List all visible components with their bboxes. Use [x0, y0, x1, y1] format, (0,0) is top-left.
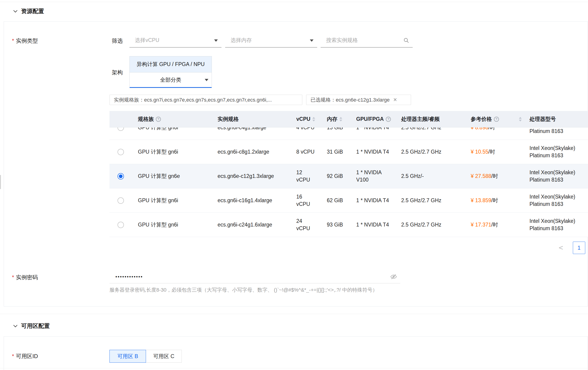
- gpu-value: 1 * NVIDIA T4: [356, 221, 389, 228]
- help-icon[interactable]: [156, 117, 161, 122]
- column-header-freq-label: 处理器主频/睿频: [401, 116, 440, 123]
- cpu-model-value: Intel Xeon(Skylake) Platinum 8163: [529, 169, 586, 183]
- price-unit: /时: [488, 148, 495, 155]
- row-freq-cell: 2.5 GHz/2.7 GHz: [395, 128, 466, 131]
- table-row[interactable]: GPU 计算型 gn6i ecs.gn6i-c16g1.4xlarge 16 v…: [109, 189, 588, 213]
- row-cpu-model-cell: Intel Xeon(Skylake) Platinum 8163: [527, 169, 588, 183]
- price-value: ¥ 10.55: [471, 149, 488, 155]
- spec-value: ecs.gn6e-c12g1.3xlarge: [218, 173, 274, 180]
- row-cpu-model-cell: Intel Xeon(Skylake) Platinum 8163: [527, 218, 588, 232]
- row-radio[interactable]: [117, 197, 124, 204]
- instance-password-label: 实例密码: [12, 274, 38, 281]
- sort-arrows-icon[interactable]: [312, 117, 315, 121]
- row-spec-cell: ecs.gn6i-c16g1.4xlarge: [212, 197, 292, 204]
- zone-c-button[interactable]: 可用区 C: [146, 350, 182, 363]
- row-freq-cell: 2.5 GHz/-: [395, 173, 466, 180]
- help-icon[interactable]: [494, 117, 499, 122]
- zone-config-section-header[interactable]: 可用区配置: [13, 322, 50, 330]
- help-icon[interactable]: [386, 117, 391, 122]
- spec-table-header: 规格族 实例规格 vCPU 内存 GPU/FPGA 处理器主频/睿频: [109, 111, 588, 128]
- row-radio-cell: [109, 197, 132, 204]
- selected-spec-tag: 已选规格：ecs.gn6e-c12g1.3xlarge: [306, 95, 411, 105]
- row-radio-cell: [109, 128, 132, 131]
- table-row[interactable]: GPU 计算型 gn6i ecs.gn6i-c24g1.6xlarge 24 v…: [109, 213, 588, 237]
- chevron-down-icon: [13, 325, 18, 327]
- sort-arrows-icon[interactable]: [339, 117, 342, 121]
- spec-value: ecs.gn6i-c16g1.4xlarge: [218, 197, 272, 204]
- row-radio[interactable]: [117, 149, 124, 155]
- row-spec-cell: ecs.gn6i-c24g1.6xlarge: [212, 221, 292, 228]
- column-header-spec: 实例规格: [212, 111, 292, 127]
- table-row[interactable]: GPU 计算型 gn6i ecs.gn6i-c8g1.2xlarge 8 vCP…: [109, 140, 588, 164]
- sort-arrows-icon[interactable]: [519, 117, 522, 121]
- column-header-vcpu-label: vCPU: [296, 116, 310, 122]
- row-radio-cell: [109, 149, 132, 155]
- spec-table-body-inner: GPU 计算型 gn6i ecs.gn6i-c4g1.xlarge 4 vCPU…: [109, 128, 588, 237]
- chevron-down-icon: [13, 10, 18, 13]
- cpu-model-value: Intel Xeon(Skylake) Platinum 8163: [529, 193, 586, 208]
- resource-config-section-header[interactable]: 资源配置: [13, 7, 44, 15]
- panel-resize-handle[interactable]: [0, 175, 1, 189]
- table-row[interactable]: GPU 计算型 gn6e ecs.gn6e-c12g1.3xlarge 12 v…: [109, 164, 588, 189]
- spec-search-input[interactable]: 搜索实例规格: [321, 33, 413, 48]
- column-header-gpu: GPU/FPGA: [351, 111, 395, 127]
- column-header-price[interactable]: 参考价格: [466, 111, 527, 127]
- price-unit: /时: [491, 197, 498, 204]
- row-vcpu-cell: 16 vCPU: [292, 193, 322, 208]
- row-price-cell: ¥ 10.55/时: [466, 148, 527, 155]
- row-family-cell: GPU 计算型 gn6i: [132, 128, 212, 131]
- price-value: ¥ 8.898: [471, 128, 488, 131]
- zone-config-title: 可用区配置: [21, 322, 50, 330]
- caret-down-icon: [310, 40, 314, 42]
- row-vcpu-cell: 12 vCPU: [292, 169, 322, 183]
- filter-label: 筛选: [112, 37, 123, 44]
- column-header-cpu-model: 处理器型号: [527, 111, 588, 127]
- gpu-value: 1 * NVIDIA T4: [356, 128, 389, 131]
- row-cpu-model-cell: Intel Xeon(Skylake) Platinum 8163: [527, 128, 588, 135]
- row-gpu-cell: 1 * NVIDIA T4: [351, 221, 395, 228]
- column-header-family-label: 规格族: [138, 116, 154, 123]
- vcpu-value: 4 vCPU: [296, 128, 315, 131]
- tab-heterogeneous-computing[interactable]: 异构计算 GPU / FPGA / NPU: [130, 56, 212, 72]
- masked-password-value: ••••••••••••: [109, 274, 143, 280]
- zone-b-button[interactable]: 可用区 B: [109, 350, 146, 363]
- row-radio[interactable]: [117, 173, 124, 180]
- column-header-family: 规格族: [132, 111, 212, 127]
- eye-off-icon[interactable]: [390, 273, 397, 280]
- memory-select[interactable]: 选择内存: [225, 33, 317, 48]
- column-header-vcpu[interactable]: vCPU: [292, 111, 322, 127]
- row-memory-cell: 92 GiB: [322, 173, 351, 180]
- row-freq-cell: 2.5 GHz/2.7 GHz: [395, 221, 466, 228]
- column-header-memory[interactable]: 内存: [322, 111, 351, 127]
- row-radio[interactable]: [117, 128, 124, 131]
- page-number-button[interactable]: 1: [573, 242, 585, 254]
- architecture-selector: 异构计算 GPU / FPGA / NPU 全部分类: [129, 56, 212, 88]
- vcpu-value: 24 vCPU: [296, 218, 316, 232]
- close-icon[interactable]: [393, 97, 397, 103]
- row-vcpu-cell: 4 vCPU: [292, 128, 322, 131]
- category-select-value: 全部分类: [160, 76, 181, 83]
- row-radio-cell: [109, 173, 132, 180]
- password-hint: 服务器登录密码,长度8-30，必须包含三项（大写字母、小写字母、数字、 ()`~…: [109, 287, 378, 293]
- cpu-model-value: Intel Xeon(Skylake) Platinum 8163: [529, 145, 586, 159]
- vcpu-select-placeholder: 选择vCPU: [135, 37, 159, 44]
- zone-button-group: 可用区 B 可用区 C: [109, 350, 182, 363]
- price-value: ¥ 27.588: [471, 173, 491, 179]
- column-header-price-label: 参考价格: [471, 116, 492, 123]
- vcpu-value: 16 vCPU: [296, 193, 316, 208]
- vcpu-select[interactable]: 选择vCPU: [129, 33, 221, 48]
- column-header-cpu-model-label: 处理器型号: [529, 116, 556, 123]
- spec-value: ecs.gn6i-c8g1.2xlarge: [218, 148, 269, 155]
- family-value: GPU 计算型 gn6i: [138, 221, 178, 228]
- vcpu-value: 12 vCPU: [296, 169, 316, 183]
- row-memory-cell: 93 GiB: [322, 221, 351, 228]
- row-radio[interactable]: [117, 222, 124, 228]
- column-header-freq: 处理器主频/睿频: [395, 111, 466, 127]
- prev-page-button[interactable]: <: [556, 242, 566, 253]
- table-row[interactable]: GPU 计算型 gn6i ecs.gn6i-c4g1.xlarge 4 vCPU…: [109, 128, 588, 140]
- instance-password-input[interactable]: ••••••••••••: [109, 270, 400, 283]
- spec-table: 规格族 实例规格 vCPU 内存 GPU/FPGA 处理器主频/睿频: [109, 111, 588, 237]
- category-select[interactable]: 全部分类: [130, 72, 212, 88]
- memory-value: 62 GiB: [327, 197, 343, 204]
- spec-table-body[interactable]: GPU 计算型 gn6i ecs.gn6i-c4g1.xlarge 4 vCPU…: [109, 128, 588, 237]
